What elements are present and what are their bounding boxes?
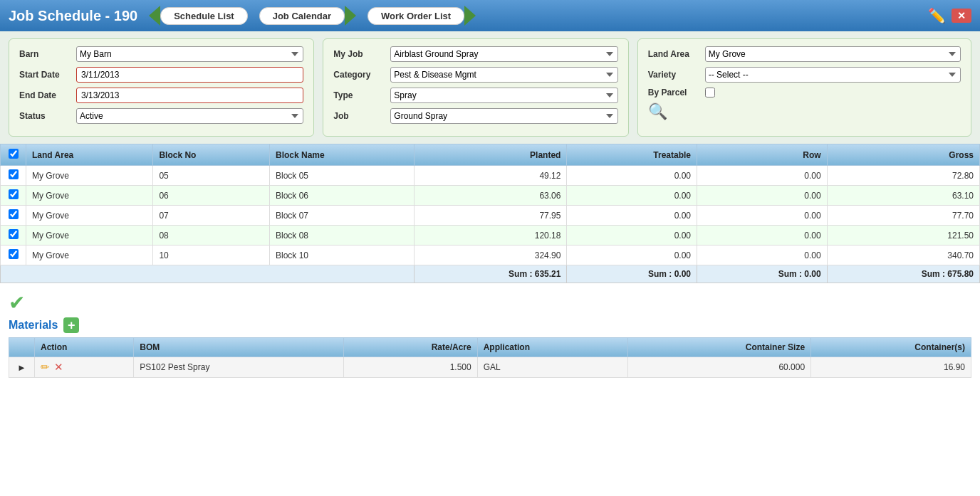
row-checkbox[interactable] xyxy=(9,189,19,199)
row-block-name: Block 08 xyxy=(270,226,415,246)
my-job-select[interactable]: Airblast Ground Spray xyxy=(390,46,617,62)
category-label: Category xyxy=(333,70,390,80)
edit-material-icon[interactable]: ✏ xyxy=(41,361,50,374)
mat-col-bom: BOM xyxy=(134,338,344,357)
row-gross: 72.80 xyxy=(827,166,979,186)
status-row: Status Active xyxy=(19,108,303,124)
land-area-row: Land Area My Grove xyxy=(648,46,961,62)
row-treatable: 0.00 xyxy=(567,226,697,246)
row-gross: 77.70 xyxy=(827,206,979,226)
start-date-input[interactable] xyxy=(76,67,303,83)
type-row: Type Spray xyxy=(333,88,617,103)
materials-table-header: Action BOM Rate/Acre Application Contain… xyxy=(9,338,971,357)
row-checkbox-cell[interactable] xyxy=(1,246,26,265)
left-form-panel: Barn My Barn Start Date End Date Status … xyxy=(9,38,314,137)
work-order-list-arrow-right xyxy=(464,6,476,26)
row-block-name: Block 07 xyxy=(270,206,415,226)
row-checkbox[interactable] xyxy=(9,209,19,219)
close-button[interactable]: ✕ xyxy=(952,9,971,23)
job-calendar-label: Job Calendar xyxy=(259,7,345,25)
mat-action-cell: ✏ ✕ xyxy=(35,357,134,378)
row-land-area: My Grove xyxy=(26,246,153,265)
row-block-no: 08 xyxy=(153,226,270,246)
list-item: ► ✏ ✕ PS102 Pest Spray 1.500 GAL 60.000 … xyxy=(9,357,971,378)
land-area-select[interactable]: My Grove xyxy=(705,46,961,62)
mat-col-application: Application xyxy=(477,338,627,357)
row-block-no: 07 xyxy=(153,206,270,226)
job-calendar-nav[interactable]: Job Calendar xyxy=(259,6,356,26)
row-block-no: 06 xyxy=(153,186,270,206)
table-row: My Grove 05 Block 05 49.12 0.00 0.00 72.… xyxy=(1,166,980,186)
row-block-no: 05 xyxy=(153,166,270,186)
row-sum: Sum : 0.00 xyxy=(697,265,828,283)
edit-icon-button[interactable]: ✏️ xyxy=(928,7,946,24)
mat-application: GAL xyxy=(477,357,627,378)
mat-expand-cell[interactable]: ► xyxy=(9,357,35,378)
col-planted: Planted xyxy=(415,144,567,166)
category-row: Category Pest & Disease Mgmt xyxy=(333,67,617,83)
job-calendar-arrow-right xyxy=(345,6,356,26)
variety-row: Variety -- Select -- xyxy=(648,67,961,83)
header-actions: ✏️ ✕ xyxy=(928,7,971,24)
confirm-checkmark[interactable]: ✔ xyxy=(9,293,971,313)
schedule-list-label: Schedule List xyxy=(160,7,248,25)
row-block-no: 10 xyxy=(153,246,270,265)
row-land-area: My Grove xyxy=(26,166,153,186)
add-material-button[interactable]: + xyxy=(63,317,79,333)
row-checkbox-cell[interactable] xyxy=(1,166,26,186)
delete-material-icon[interactable]: ✕ xyxy=(54,361,63,374)
col-block-no: Block No xyxy=(153,144,270,166)
materials-table-body: ► ✏ ✕ PS102 Pest Spray 1.500 GAL 60.000 … xyxy=(9,357,971,378)
barn-select[interactable]: My Barn xyxy=(76,46,303,62)
col-block-name: Block Name xyxy=(270,144,415,166)
end-date-row: End Date xyxy=(19,88,303,103)
row-checkbox-cell[interactable] xyxy=(1,206,26,226)
table-row: My Grove 07 Block 07 77.95 0.00 0.00 77.… xyxy=(1,206,980,226)
select-all-checkbox[interactable] xyxy=(9,149,19,159)
col-row: Row xyxy=(697,144,828,166)
planted-sum: Sum : 635.21 xyxy=(415,265,567,283)
mat-col-rate: Rate/Acre xyxy=(344,338,477,357)
row-checkbox-cell[interactable] xyxy=(1,186,26,206)
job-field-select[interactable]: Ground Spray xyxy=(390,108,617,124)
job-field-row: Job Ground Spray xyxy=(333,108,617,124)
variety-label: Variety xyxy=(648,70,705,80)
col-land-area: Land Area xyxy=(26,144,153,166)
row-treatable: 0.00 xyxy=(567,166,697,186)
variety-select[interactable]: -- Select -- xyxy=(705,67,961,83)
table-row: My Grove 06 Block 06 63.06 0.00 0.00 63.… xyxy=(1,186,980,206)
schedule-list-nav[interactable]: Schedule List xyxy=(149,6,248,26)
bottom-area: ✔ Materials + Action BOM Rate/Acre Appli… xyxy=(0,289,980,382)
row-land-area: My Grove xyxy=(26,206,153,226)
row-gross: 121.50 xyxy=(827,226,979,246)
status-select[interactable]: Active xyxy=(76,108,303,124)
row-planted: 63.06 xyxy=(415,186,567,206)
row-checkbox[interactable] xyxy=(9,249,19,259)
select-all-header[interactable] xyxy=(1,144,26,166)
blocks-table-body: My Grove 05 Block 05 49.12 0.00 0.00 72.… xyxy=(1,166,980,265)
work-order-list-label: Work Order List xyxy=(368,7,464,25)
row-treatable: 0.00 xyxy=(567,206,697,226)
expand-arrow-icon[interactable]: ► xyxy=(17,362,26,373)
end-date-input[interactable] xyxy=(76,88,303,103)
search-row: 🔍 xyxy=(648,102,961,121)
row-row: 0.00 xyxy=(697,186,828,206)
row-checkbox-cell[interactable] xyxy=(1,226,26,246)
row-row: 0.00 xyxy=(697,166,828,186)
blocks-table-container: Land Area Block No Block Name Planted Tr… xyxy=(0,144,980,289)
by-parcel-checkbox[interactable] xyxy=(705,88,715,97)
mat-rate: 1.500 xyxy=(344,357,477,378)
row-row: 0.00 xyxy=(697,206,828,226)
table-row: My Grove 08 Block 08 120.18 0.00 0.00 12… xyxy=(1,226,980,246)
row-checkbox[interactable] xyxy=(9,169,19,179)
search-icon[interactable]: 🔍 xyxy=(648,102,667,120)
end-date-label: End Date xyxy=(19,90,76,100)
work-order-list-nav[interactable]: Work Order List xyxy=(368,6,476,26)
action-icons: ✏ ✕ xyxy=(41,361,127,374)
type-select[interactable]: Spray xyxy=(390,88,617,103)
category-select[interactable]: Pest & Disease Mgmt xyxy=(390,67,617,83)
mat-container-size: 60.000 xyxy=(627,357,810,378)
row-checkbox[interactable] xyxy=(9,229,19,239)
job-field-label: Job xyxy=(333,111,390,121)
start-date-label: Start Date xyxy=(19,70,76,80)
